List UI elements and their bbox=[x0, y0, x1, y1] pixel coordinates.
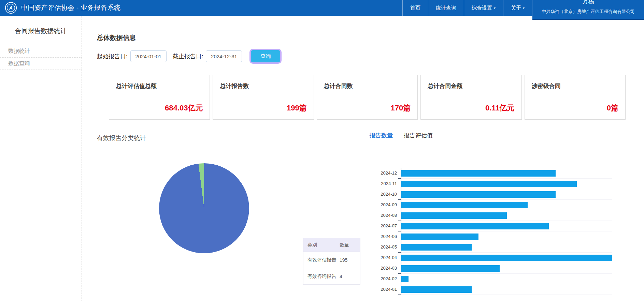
end-date-input[interactable] bbox=[206, 50, 242, 62]
filter-bar: 起始报告日: 截止报告日: 查询 bbox=[97, 50, 280, 62]
query-button[interactable]: 查询 bbox=[251, 50, 280, 62]
axis-tick bbox=[398, 295, 401, 295]
brand: A 中国资产评估协会 - 业务报备系统 bbox=[5, 0, 120, 16]
nav-item-about[interactable]: 关于▾ bbox=[503, 0, 532, 16]
axis-tick bbox=[398, 210, 401, 210]
bar-row bbox=[401, 263, 612, 274]
axis-tick bbox=[398, 273, 401, 274]
nav-item-home[interactable]: 首页 bbox=[402, 0, 428, 16]
stat-card-total-reports: 总计报告数 199篇 bbox=[213, 75, 314, 120]
axis-tick bbox=[398, 189, 401, 189]
axis-tick bbox=[398, 168, 401, 168]
sidebar-item-data-query[interactable]: 数据查询 bbox=[0, 58, 82, 70]
nav-item-label: 统计查询 bbox=[436, 5, 456, 11]
bar-category-label: 2024-12 bbox=[370, 168, 397, 178]
stat-value: 199篇 bbox=[287, 103, 307, 113]
axis-tick bbox=[398, 242, 401, 242]
start-date-input[interactable] bbox=[130, 50, 167, 62]
category-count: 195 bbox=[340, 257, 356, 263]
sidebar-title: 合同报告数据统计 bbox=[0, 27, 82, 35]
bar-row bbox=[401, 221, 612, 231]
table-row: 有效评估报告 195 bbox=[303, 252, 360, 268]
bar bbox=[401, 170, 556, 177]
axis-tick bbox=[398, 252, 401, 253]
bar-category-label: 2024-02 bbox=[370, 273, 397, 284]
bar bbox=[401, 212, 507, 219]
category-table: 类别 数量 有效评估报告 195 有效咨询报告 4 bbox=[303, 238, 360, 285]
user-block[interactable]: 万杨 中兴华咨（北京）房地产评估工程咨询有限公司 bbox=[532, 0, 644, 20]
stat-label: 涉密级合同 bbox=[532, 82, 561, 90]
bar-row bbox=[401, 253, 612, 263]
tabs-divider bbox=[370, 142, 644, 142]
stat-label: 总计合同金额 bbox=[428, 82, 462, 90]
axis-tick bbox=[398, 199, 401, 200]
svg-text:A: A bbox=[9, 5, 13, 11]
category-count: 4 bbox=[340, 274, 356, 279]
user-company: 中兴华咨（北京）房地产评估工程咨询有限公司 bbox=[532, 9, 644, 15]
nav-item-settings[interactable]: 综合设置▾ bbox=[464, 0, 503, 16]
stat-value: 0.11亿元 bbox=[485, 103, 515, 113]
bar-category-label: 2024-03 bbox=[370, 263, 397, 273]
stat-card-total-contract-amount: 总计合同金额 0.11亿元 bbox=[420, 75, 521, 120]
main-content: 总体数据信息 起始报告日: 截止报告日: 查询 总计评估值总额 684.03亿元… bbox=[82, 16, 644, 301]
bar-category-label: 2024-08 bbox=[370, 210, 397, 221]
end-date-label: 截止报告日: bbox=[173, 52, 203, 60]
chevron-down-icon: ▾ bbox=[494, 6, 496, 10]
bar-chart-area bbox=[401, 168, 612, 295]
nav-item-label: 关于 bbox=[511, 5, 521, 11]
bar-row bbox=[401, 189, 612, 200]
nav-item-label: 综合设置 bbox=[472, 5, 492, 11]
sidebar: 合同报告数据统计 数据统计 数据查询 bbox=[0, 16, 82, 301]
stat-label: 总计报告数 bbox=[220, 82, 249, 90]
nav-menu: 首页 统计查询 综合设置▾ 关于▾ bbox=[402, 0, 532, 16]
top-navbar: A 中国资产评估协会 - 业务报备系统 首页 统计查询 综合设置▾ 关于▾ 万杨… bbox=[0, 0, 644, 16]
bar bbox=[401, 223, 549, 229]
axis-tick bbox=[398, 221, 401, 221]
stat-label: 总计评估值总额 bbox=[116, 82, 157, 90]
bar-category-label: 2024-04 bbox=[370, 252, 397, 263]
bar-category-label: 2024-10 bbox=[370, 189, 397, 199]
bar-category-label: 2024-06 bbox=[370, 231, 397, 242]
nav-item-statistics-query[interactable]: 统计查询 bbox=[428, 0, 464, 16]
bar-category-label: 2024-05 bbox=[370, 242, 397, 252]
tab-report-count[interactable]: 报告数量 bbox=[370, 132, 393, 139]
axis-tick bbox=[398, 284, 401, 284]
stat-value: 684.03亿元 bbox=[165, 103, 203, 113]
tab-report-appraisal-value[interactable]: 报告评估值 bbox=[404, 132, 433, 139]
bar-row bbox=[401, 179, 612, 189]
bar-category-label: 2024-09 bbox=[370, 199, 397, 210]
category-name: 有效咨询报告 bbox=[307, 273, 340, 280]
bar bbox=[401, 202, 528, 208]
axis-tick bbox=[398, 231, 401, 231]
bar-category-label: 2024-07 bbox=[370, 221, 397, 231]
bar bbox=[401, 244, 472, 251]
bar-chart-labels: 2024-122024-112024-102024-092024-082024-… bbox=[370, 168, 397, 295]
stat-card-total-contracts: 总计合同数 170篇 bbox=[317, 75, 418, 120]
category-table-header: 类别 数量 bbox=[303, 238, 360, 252]
bar bbox=[401, 286, 472, 293]
cas-logo-icon: A bbox=[5, 2, 17, 14]
bar-category-label: 2024-11 bbox=[370, 178, 397, 189]
chevron-down-icon: ▾ bbox=[523, 6, 525, 10]
stat-label: 总计合同数 bbox=[324, 82, 353, 90]
stat-value: 0篇 bbox=[607, 103, 618, 113]
bar bbox=[401, 276, 409, 282]
bar-row bbox=[401, 242, 612, 253]
bar bbox=[401, 265, 500, 272]
bar-row bbox=[401, 274, 612, 284]
nav-item-label: 首页 bbox=[410, 5, 420, 11]
bar-row bbox=[401, 231, 612, 242]
bar-chart-ticks bbox=[398, 168, 401, 295]
axis-tick bbox=[398, 263, 401, 263]
bar-row bbox=[401, 284, 612, 295]
category-name: 有效评估报告 bbox=[307, 257, 340, 263]
app-title: 中国资产评估协会 - 业务报备系统 bbox=[21, 3, 120, 12]
bar bbox=[401, 234, 478, 240]
bar-row bbox=[401, 210, 612, 221]
bar-chart: 2024-122024-112024-102024-092024-082024-… bbox=[370, 145, 644, 301]
page-title: 总体数据信息 bbox=[97, 33, 136, 42]
axis-tick bbox=[398, 178, 401, 179]
bar-row bbox=[401, 168, 612, 179]
sidebar-item-data-statistics[interactable]: 数据统计 bbox=[0, 45, 82, 58]
bar bbox=[401, 255, 612, 261]
